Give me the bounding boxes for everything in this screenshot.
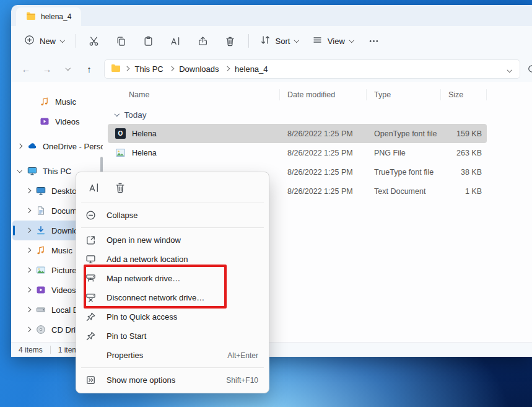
menu-separator xyxy=(81,203,264,203)
group-label: Today xyxy=(124,110,147,120)
pin-icon xyxy=(85,312,96,322)
share-button[interactable] xyxy=(190,30,217,51)
breadcrumb-helena4[interactable]: helena_4 xyxy=(230,63,273,76)
breadcrumb-downloads[interactable]: Downloads xyxy=(175,63,223,76)
up-button[interactable]: ↑ xyxy=(79,59,99,78)
command-toolbar: New Sort View xyxy=(11,26,532,56)
folder-icon xyxy=(111,64,121,74)
menu-item-collapse[interactable]: Collapse xyxy=(79,206,266,225)
menu-item-label: Map network drive… xyxy=(107,274,180,283)
file-type: Text Document xyxy=(367,187,441,196)
image-file-icon xyxy=(115,147,126,158)
column-header-name[interactable]: Name xyxy=(108,89,280,100)
menu-item-label: Add a network location xyxy=(107,255,188,264)
chevron-down-icon[interactable] xyxy=(15,170,25,172)
monitor-icon xyxy=(27,166,37,176)
download-arrow-icon xyxy=(36,225,46,235)
network-location-icon xyxy=(85,254,96,265)
sidebar-item-label: This PC xyxy=(43,167,71,176)
file-type: OpenType font file xyxy=(367,129,441,138)
sidebar-item-videos-pinned[interactable]: Videos xyxy=(12,112,103,131)
explorer-tab[interactable]: helena_4 xyxy=(16,7,81,26)
address-bar[interactable]: This PC Downloads helena_4 xyxy=(104,59,520,79)
map-network-drive-icon xyxy=(85,273,96,284)
menu-item-pin-to-start[interactable]: Pin to Start xyxy=(79,326,266,346)
menu-item-label: Collapse xyxy=(107,211,138,220)
hard-disk-icon xyxy=(36,305,46,315)
file-name: Helena xyxy=(132,129,157,138)
chevron-right-icon[interactable] xyxy=(24,189,33,193)
delete-button[interactable] xyxy=(217,30,244,51)
chevron-right-icon[interactable] xyxy=(24,268,33,272)
delete-button[interactable] xyxy=(109,178,131,198)
chevron-right-icon[interactable] xyxy=(24,288,33,292)
music-note-icon xyxy=(40,97,50,107)
column-header-date-modified[interactable]: Date modified xyxy=(280,89,367,100)
menu-item-map-network-drive[interactable]: Map network drive… xyxy=(79,269,266,288)
rename-button[interactable] xyxy=(83,178,105,198)
document-icon xyxy=(36,206,46,216)
file-type: PNG File xyxy=(367,149,441,157)
column-header-size[interactable]: Size xyxy=(441,89,487,100)
back-button[interactable]: ← xyxy=(16,59,36,78)
forward-button[interactable]: → xyxy=(37,59,57,78)
chevron-right-icon[interactable] xyxy=(24,248,33,252)
chevron-right-icon[interactable] xyxy=(24,209,33,212)
address-dropdown-chevron[interactable] xyxy=(505,62,514,76)
more-options-button[interactable] xyxy=(360,30,387,51)
file-date: 8/26/2022 1:25 PM xyxy=(280,168,367,177)
menu-item-add-network-location[interactable]: Add a network location xyxy=(79,250,266,269)
view-button[interactable]: View xyxy=(305,30,360,51)
file-row-helena-png[interactable]: Helena 8/26/2022 1:25 PM PNG File 263 KB xyxy=(108,143,487,162)
recent-locations-chevron[interactable] xyxy=(58,59,78,78)
sidebar-item-label: Music xyxy=(55,97,76,107)
chevron-right-icon[interactable] xyxy=(24,308,33,312)
chevron-down-icon xyxy=(294,38,299,43)
items-count: 4 items xyxy=(19,346,43,354)
menu-item-disconnect-network-drive[interactable]: Disconnect network drive… xyxy=(79,288,266,307)
plus-circle-icon xyxy=(24,35,35,47)
paste-button[interactable] xyxy=(135,30,162,51)
file-row-helena-otf[interactable]: OHelena 8/26/2022 1:25 PM OpenType font … xyxy=(108,124,487,143)
column-header-type[interactable]: Type xyxy=(367,89,441,100)
sidebar-item-music-pinned[interactable]: Music xyxy=(12,92,103,112)
menu-item-label: Properties xyxy=(107,351,143,360)
menu-item-properties[interactable]: Properties Alt+Enter xyxy=(79,346,266,365)
breadcrumb-this-pc[interactable]: This PC xyxy=(131,63,168,76)
menu-item-pin-to-quick-access[interactable]: Pin to Quick access xyxy=(79,307,266,326)
context-menu-quick-actions xyxy=(79,175,266,200)
menu-item-show-more-options[interactable]: Show more options Shift+F10 xyxy=(79,370,266,390)
menu-separator xyxy=(81,367,264,368)
sort-label: Sort xyxy=(276,37,290,46)
picture-icon xyxy=(36,265,46,275)
file-name: Helena xyxy=(132,149,157,157)
font-file-icon: O xyxy=(115,128,126,139)
more-options-icon xyxy=(85,375,96,385)
group-header-today[interactable]: Today xyxy=(108,105,532,124)
menu-item-shortcut: Alt+Enter xyxy=(227,351,258,360)
video-icon xyxy=(40,116,50,126)
toolbar-divider xyxy=(76,34,76,48)
menu-item-label: Pin to Start xyxy=(107,331,146,341)
context-menu: Collapse Open in new window Add a networ… xyxy=(76,172,269,393)
file-size: 38 KB xyxy=(441,168,487,177)
file-date: 8/26/2022 1:25 PM xyxy=(280,187,367,196)
menu-item-open-in-new-window[interactable]: Open in new window xyxy=(79,230,266,250)
chevron-right-icon[interactable] xyxy=(15,144,25,148)
tab-bar: helena_4 xyxy=(11,5,532,26)
menu-separator xyxy=(81,227,264,228)
new-button[interactable]: New xyxy=(17,30,71,51)
rename-button[interactable] xyxy=(162,30,190,51)
copy-button[interactable] xyxy=(108,30,135,51)
chevron-right-icon[interactable] xyxy=(24,328,33,331)
file-type: TrueType font file xyxy=(367,168,441,177)
chevron-down-icon xyxy=(115,112,120,116)
menu-item-label: Open in new window xyxy=(107,235,181,245)
cut-button[interactable] xyxy=(81,30,108,51)
chevron-right-icon[interactable] xyxy=(24,229,33,232)
sidebar-item-onedrive[interactable]: OneDrive - Perso xyxy=(12,136,103,156)
tab-title: helena_4 xyxy=(41,12,71,21)
sort-button[interactable]: Sort xyxy=(253,30,305,51)
refresh-icon[interactable] xyxy=(523,59,532,78)
file-size: 263 KB xyxy=(441,149,487,157)
